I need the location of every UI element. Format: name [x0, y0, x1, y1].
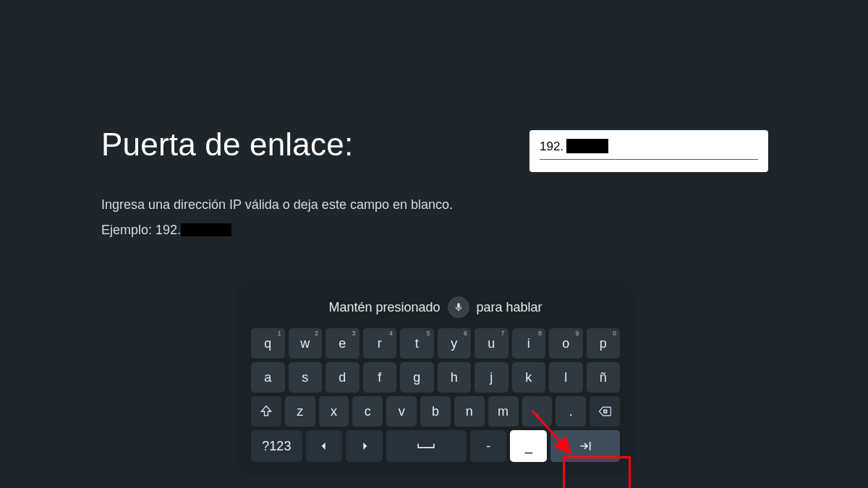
example-prefix: Ejemplo: 192. — [101, 223, 181, 237]
symbols-key[interactable]: ?123 — [251, 430, 302, 462]
key-o[interactable]: o9 — [549, 328, 583, 359]
dash-key[interactable]: - — [470, 430, 507, 462]
key-l[interactable]: l — [549, 362, 583, 393]
on-screen-keyboard: Mantén presionado para hablar q1w2e3r4t5… — [242, 286, 629, 473]
backspace-key[interactable] — [590, 396, 620, 427]
key-s[interactable]: s — [289, 362, 323, 393]
hint-right: para hablar — [477, 300, 542, 315]
key-period[interactable]: . — [556, 396, 586, 427]
redacted-example — [181, 223, 231, 236]
help-text-1: Ingresa una dirección IP válida o deja e… — [101, 197, 767, 213]
arrow-right-key[interactable] — [346, 430, 383, 462]
gateway-input[interactable]: 192. — [529, 130, 768, 172]
redacted-input — [566, 139, 608, 153]
key-k[interactable]: k — [512, 362, 546, 393]
keyboard-hint: Mantén presionado para hablar — [251, 296, 620, 318]
key-t[interactable]: t5 — [400, 328, 434, 359]
key-v[interactable]: v — [386, 396, 417, 427]
key-c[interactable]: c — [352, 396, 383, 427]
key-u[interactable]: u7 — [475, 328, 509, 359]
key-n[interactable]: n — [454, 396, 485, 427]
key-p[interactable]: p0 — [587, 328, 621, 359]
key-d[interactable]: d — [326, 362, 359, 393]
key-a[interactable]: a — [251, 362, 285, 393]
key-g[interactable]: g — [400, 362, 434, 393]
key-e[interactable]: e3 — [326, 328, 359, 359]
shift-key[interactable] — [251, 396, 281, 427]
underscore-key[interactable]: _ — [510, 430, 547, 462]
key-x[interactable]: x — [319, 396, 349, 427]
key-q[interactable]: q1 — [251, 328, 285, 359]
space-key[interactable] — [386, 430, 467, 462]
hint-left: Mantén presionado — [328, 300, 440, 315]
key-ñ[interactable]: ñ — [587, 362, 621, 393]
key-z[interactable]: z — [285, 396, 315, 427]
key-comma[interactable]: , — [522, 396, 553, 427]
key-y[interactable]: y6 — [438, 328, 472, 359]
key-i[interactable]: i8 — [512, 328, 546, 359]
mic-icon[interactable] — [448, 296, 469, 318]
arrow-left-key[interactable] — [306, 430, 343, 462]
example-text: Ejemplo: 192. — [101, 223, 767, 238]
key-j[interactable]: j — [475, 362, 509, 393]
key-r[interactable]: r4 — [363, 328, 397, 359]
key-m[interactable]: m — [488, 396, 519, 427]
key-f[interactable]: f — [363, 362, 397, 393]
key-w[interactable]: w2 — [289, 328, 323, 359]
input-value-prefix: 192. — [540, 140, 563, 153]
tab-next-key[interactable] — [550, 430, 620, 462]
key-b[interactable]: b — [420, 396, 451, 427]
key-h[interactable]: h — [438, 362, 472, 393]
